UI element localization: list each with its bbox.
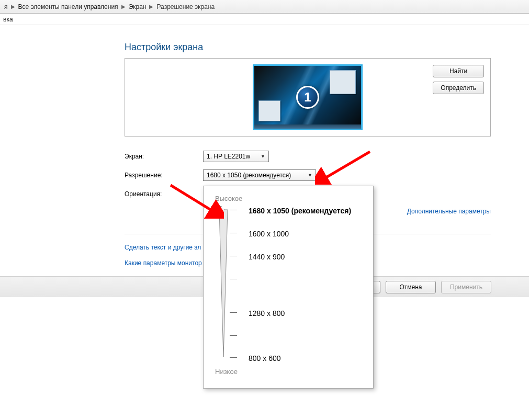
- resolution-dropdown[interactable]: 1680 x 1050 (рекомендуется) ▼: [203, 169, 316, 181]
- resolution-slider[interactable]: 1680 x 1050 (рекомендуется) 1600 x 1000 …: [215, 208, 364, 365]
- apply-button: Применить: [441, 281, 491, 293]
- monitor-preview[interactable]: 1: [253, 64, 363, 130]
- preview-window-decoration: [258, 100, 280, 121]
- chevron-down-icon: ▼: [261, 154, 265, 159]
- resolution-option[interactable]: 1680 x 1050 (рекомендуется): [249, 207, 351, 215]
- resolution-option[interactable]: 1600 x 1000: [249, 230, 289, 238]
- page-title: Настройки экрана: [125, 42, 513, 53]
- monitor-number-badge: 1: [296, 86, 319, 109]
- cancel-button[interactable]: Отмена: [386, 281, 436, 293]
- screen-dropdown[interactable]: 1. HP LE2201w ▼: [203, 151, 269, 162]
- identify-button[interactable]: Определить: [433, 82, 484, 94]
- resolution-option[interactable]: 1280 x 800: [249, 309, 285, 317]
- preview-taskbar-decoration: [254, 124, 361, 129]
- orientation-label: Ориентация:: [125, 190, 203, 198]
- chevron-right-icon: ▶: [10, 4, 16, 9]
- resolution-low-label: Низкое: [215, 368, 364, 376]
- chevron-right-icon: ▶: [148, 4, 154, 9]
- resolution-option[interactable]: 800 x 600: [249, 354, 281, 362]
- breadcrumb: я ▶ Все элементы панели управления ▶ Экр…: [0, 0, 529, 14]
- resolution-label: Разрешение:: [125, 172, 203, 179]
- preview-window-decoration: [330, 70, 356, 94]
- resolution-dropdown-value: 1680 x 1050 (рекомендуется): [207, 172, 291, 179]
- resolution-option[interactable]: 1440 x 900: [249, 253, 285, 261]
- resolution-high-label: Высокое: [215, 195, 364, 202]
- breadcrumb-resolution: Разрешение экрана: [154, 3, 217, 10]
- find-button[interactable]: Найти: [433, 65, 484, 77]
- svg-marker-0: [219, 210, 228, 357]
- chevron-right-icon: ▶: [120, 4, 127, 9]
- screen-dropdown-value: 1. HP LE2201w: [207, 153, 250, 160]
- breadcrumb-control-panel[interactable]: Все элементы панели управления: [16, 3, 120, 10]
- menubar: вка: [0, 14, 529, 25]
- resolution-popup[interactable]: Высокое 1680 x 1050 (рекомендуется) 1600…: [203, 186, 374, 389]
- chevron-down-icon: ▼: [308, 173, 312, 178]
- monitor-preview-panel: Найти Определить 1: [125, 58, 491, 137]
- breadcrumb-prefix: я: [2, 3, 10, 10]
- menu-fragment[interactable]: вка: [3, 16, 13, 23]
- screen-label: Экран:: [125, 153, 203, 160]
- advanced-settings-link[interactable]: Дополнительные параметры: [407, 208, 491, 215]
- breadcrumb-display[interactable]: Экран: [127, 3, 149, 10]
